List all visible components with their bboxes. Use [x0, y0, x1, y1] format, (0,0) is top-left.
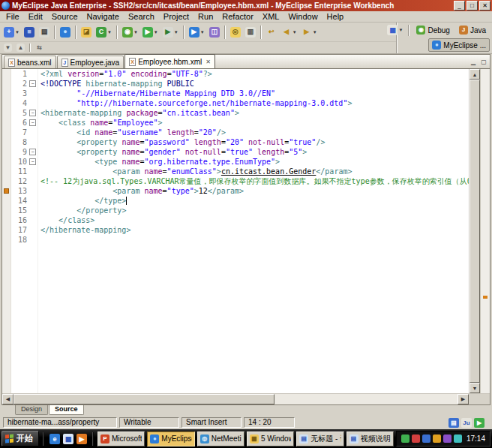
external-tools-button[interactable]: ▶▼ [160, 24, 181, 41]
servers-view-icon[interactable]: ▶ [474, 418, 484, 428]
web-browser-button[interactable]: ● [58, 24, 73, 41]
next-annotation-button[interactable]: ▼ [2, 43, 14, 53]
fold-cell [28, 196, 38, 206]
console-view-icon[interactable]: ▤ [448, 418, 459, 428]
close-tab-icon[interactable]: ✕ [206, 59, 211, 65]
taskbar-task-4[interactable]: ▦5 Windows E... [247, 431, 294, 446]
menu-search[interactable]: Search [124, 11, 159, 22]
menu-source[interactable]: Source [47, 11, 82, 22]
tray-icon-2[interactable] [412, 434, 420, 443]
menu-edit[interactable]: Edit [24, 11, 47, 22]
menu-run[interactable]: Run [194, 11, 218, 22]
scroll-right-button[interactable]: ▶ [458, 394, 469, 404]
perspective-myeclipse-button[interactable]: ●MyEclipse ... [428, 38, 490, 52]
menu-file[interactable]: File [2, 11, 24, 22]
menu-navigate[interactable]: Navigate [82, 11, 124, 22]
code-token: > [302, 148, 307, 156]
dropdown-arrow-icon: ▼ [292, 30, 297, 35]
search-button[interactable]: ◎ [228, 24, 243, 41]
window-icon[interactable] [2, 2, 10, 10]
taskbar-task-1[interactable]: PMicrosoft Po... [98, 431, 145, 446]
editor-tab-employee-hbm-xml[interactable]: XEmployee.hbm.xml✕ [124, 54, 215, 68]
minimize-button[interactable]: _ [454, 1, 465, 11]
page-tab-source[interactable]: Source [49, 405, 84, 415]
vertical-scrollbar-thumb[interactable] [470, 80, 480, 383]
page-tab-design[interactable]: Design [15, 405, 48, 415]
task-icon: ▤ [350, 434, 358, 443]
maximize-button[interactable]: □ [466, 1, 478, 11]
back-button[interactable]: ◀▼ [279, 24, 299, 41]
dropdown-arrow-icon: ▼ [107, 30, 112, 35]
code-token: <param [112, 167, 144, 176]
fold-cell: − [28, 79, 38, 89]
task-icon: ▤ [299, 434, 308, 443]
print-button[interactable]: ▤ [37, 24, 52, 41]
quicklaunch-desktop-icon[interactable]: ▦ [62, 432, 75, 446]
start-button[interactable]: 开始 [2, 431, 39, 446]
taskbar-task-5[interactable]: ▤无标题 - 记事本 [296, 431, 344, 446]
run-button[interactable]: ▶▼ [140, 24, 160, 41]
menu-window[interactable]: Window [284, 11, 322, 22]
code-token: "gender" [145, 148, 181, 156]
overview-marker[interactable] [483, 296, 488, 299]
forward-button[interactable]: ▶▼ [299, 24, 320, 41]
line-number: 2 [11, 79, 27, 89]
menu-refactor[interactable]: Refactor [218, 11, 258, 22]
taskbar-task-2[interactable]: ●MyEclipse Ja... [147, 431, 194, 446]
close-button[interactable]: ✕ [479, 1, 490, 11]
scroll-left-button[interactable]: ◀ [2, 394, 14, 404]
fold-collapse-icon[interactable]: − [29, 119, 36, 126]
debug-button[interactable]: ◉▼ [120, 24, 140, 41]
save-button[interactable]: ■ [22, 24, 37, 41]
code-editor[interactable]: <?xml version="1.0" encoding="UTF-8"?><!… [38, 69, 469, 393]
fold-collapse-icon[interactable]: − [29, 158, 36, 165]
fold-collapse-icon[interactable]: − [29, 80, 36, 87]
dropdown-arrow-icon: ▼ [154, 30, 158, 35]
previous-annotation-button[interactable]: ▲ [14, 43, 27, 53]
fold-collapse-icon[interactable]: − [29, 110, 36, 116]
link-with-editor-button[interactable]: ⇆ [33, 43, 46, 53]
task-buttons: PMicrosoft Po...●MyEclipse Ja...◎NetMeet… [98, 431, 394, 446]
last-edit-location-button[interactable]: ↩ [264, 24, 279, 41]
database-explorer-button[interactable]: ◫ [207, 24, 222, 41]
run-server-button[interactable]: ▶▼ [187, 24, 207, 41]
code-line: <type name="org.hibernate.type.EnumType"… [40, 157, 469, 167]
quicklaunch-browser-icon[interactable]: e [48, 432, 62, 446]
perspective-debug-button[interactable]: ◉Debug [412, 23, 453, 37]
open-perspective-button[interactable]: ▦▼ [385, 22, 405, 38]
horizontal-scrollbar-track[interactable] [274, 394, 458, 404]
horizontal-scrollbar-thumb[interactable] [14, 394, 274, 404]
maximize-editor-button[interactable]: ▢ [479, 57, 488, 66]
task-label: Microsoft Po... [112, 434, 142, 443]
minimize-editor-button[interactable]: ▁ [469, 57, 478, 66]
scroll-up-button[interactable]: ▲ [470, 69, 480, 80]
taskbar-task-3[interactable]: ◎NetMeeting -... [197, 431, 244, 446]
code-line: <!DOCTYPE hibernate-mapping PUBLIC [40, 79, 469, 89]
menu-help[interactable]: Help [322, 11, 349, 22]
scroll-down-button[interactable]: ▼ [470, 383, 480, 393]
code-line: </type> [40, 196, 469, 206]
tray-icon-1[interactable] [401, 434, 410, 443]
perspective-myeclipse-icon: ● [432, 41, 441, 50]
editor-tab-employee-java[interactable]: JEmployee.java [57, 56, 124, 68]
fold-collapse-icon[interactable]: − [29, 149, 36, 155]
taskbar-task-6[interactable]: ▤视频说明.txt... [346, 431, 394, 446]
menu-xml[interactable]: XML [258, 11, 284, 22]
perspective-java-button[interactable]: JJava [455, 23, 490, 37]
menu-project[interactable]: Project [159, 11, 194, 22]
tray-icon-6[interactable] [454, 434, 462, 443]
new-wizard-button[interactable]: +▼ [2, 24, 22, 41]
tray-icon-5[interactable] [443, 434, 452, 443]
toolbar-separator [29, 44, 31, 52]
quicklaunch-media-icon[interactable]: ▶ [75, 432, 88, 446]
junit-view-icon[interactable]: Ju [461, 418, 472, 428]
code-token [40, 89, 76, 98]
new-class-button[interactable]: C▼ [94, 24, 114, 41]
open-type-button[interactable]: ▥ [243, 24, 258, 41]
tray-icon-3[interactable] [422, 434, 430, 443]
previous-annotation-icon: ▲ [16, 44, 25, 52]
editor-tab-beans-xml[interactable]: Xbeans.xml [4, 56, 56, 68]
code-line: </class> [40, 215, 469, 225]
new-java-project-button[interactable]: ◪ [79, 24, 94, 41]
tray-icon-4[interactable] [433, 434, 441, 443]
